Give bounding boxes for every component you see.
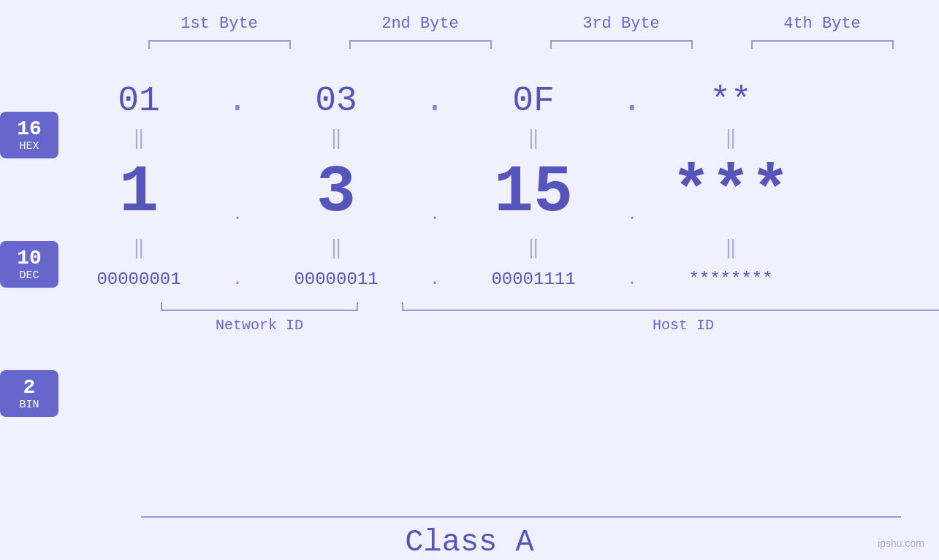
sep-bin-1: . (219, 269, 256, 289)
byte-label-3: 3rd Byte (541, 15, 702, 33)
eq-1-1: ‖ (58, 123, 219, 153)
dec-val-1: 1 (58, 153, 219, 233)
eq-1-4: ‖ (650, 123, 811, 153)
hex-val-1: 01 (58, 64, 219, 123)
bin-badge: 2 BIN (0, 370, 58, 417)
bin-val-1: 00000001 (58, 262, 219, 296)
sep-dec-2: . (417, 153, 453, 233)
dec-val-4: *** (650, 153, 811, 233)
host-id-label: Host ID (653, 317, 714, 334)
eq-1-2: ‖ (256, 123, 417, 153)
dec-val-3: 15 (453, 153, 614, 233)
hex-val-3: 0F (453, 64, 614, 123)
bin-val-3: 00001111 (453, 262, 614, 296)
eq-2-1: ‖ (58, 233, 219, 262)
hex-badge: 16 HEX (0, 112, 58, 158)
eq-2-4: ‖ (650, 233, 811, 262)
sep-hex-2: . (417, 66, 453, 120)
data-column: 01 . 03 . 0F . ** ‖ ‖ ‖ ‖ 1 . (58, 64, 939, 334)
byte-label-4: 4th Byte (742, 15, 902, 33)
eq-2-2: ‖ (256, 233, 417, 262)
top-bracket-3 (550, 40, 693, 49)
bin-val-2: 00000011 (256, 262, 417, 296)
class-bracket-container (141, 516, 901, 518)
sep-bin-2: . (417, 269, 453, 289)
top-bracket-2 (349, 40, 492, 49)
sep-dec-3: . (614, 153, 650, 233)
byte-label-2: 2nd Byte (340, 15, 501, 33)
eq-row-1: ‖ ‖ ‖ ‖ (58, 123, 939, 153)
labels-column: 16 HEX 10 DEC 2 BIN (0, 64, 58, 458)
class-bracket-line (141, 516, 901, 518)
top-bracket-1 (148, 40, 291, 49)
dec-row: 1 . 3 . 15 . *** (58, 153, 939, 233)
sep-dec-1: . (219, 153, 256, 233)
eq-1-3: ‖ (453, 123, 614, 153)
class-label: Class A (0, 525, 939, 560)
byte-headers: 1st Byte 2nd Byte 3rd Byte 4th Byte (119, 15, 923, 33)
hex-val-2: 03 (256, 64, 417, 123)
bottom-brackets: Network ID Host ID (161, 302, 939, 334)
top-bracket-4 (751, 40, 894, 49)
main-container: 1st Byte 2nd Byte 3rd Byte 4th Byte 16 H… (0, 0, 939, 560)
bin-val-4: ******** (650, 262, 811, 296)
top-brackets (119, 40, 923, 49)
bin-row: 00000001 . 00000011 . 00001111 . *******… (58, 262, 939, 296)
sep-hex-1: . (219, 66, 256, 120)
sep-hex-3: . (614, 66, 650, 120)
content-area: 16 HEX 10 DEC 2 BIN 01 . 03 . 0F . ** (0, 64, 939, 507)
network-id-bracket (161, 302, 358, 311)
network-id-section: Network ID (161, 302, 358, 334)
host-id-section: Host ID (402, 302, 939, 334)
watermark: ipshu.com (878, 537, 924, 549)
dec-val-2: 3 (256, 153, 417, 233)
dec-badge: 10 DEC (0, 241, 58, 288)
hex-row: 01 . 03 . 0F . ** (58, 64, 939, 123)
byte-label-1: 1st Byte (139, 15, 300, 33)
eq-row-2: ‖ ‖ ‖ ‖ (58, 233, 939, 262)
sep-bin-3: . (614, 269, 650, 289)
network-id-label: Network ID (216, 317, 303, 334)
host-id-bracket (402, 302, 939, 311)
hex-val-4: ** (650, 64, 811, 123)
eq-2-3: ‖ (453, 233, 614, 262)
